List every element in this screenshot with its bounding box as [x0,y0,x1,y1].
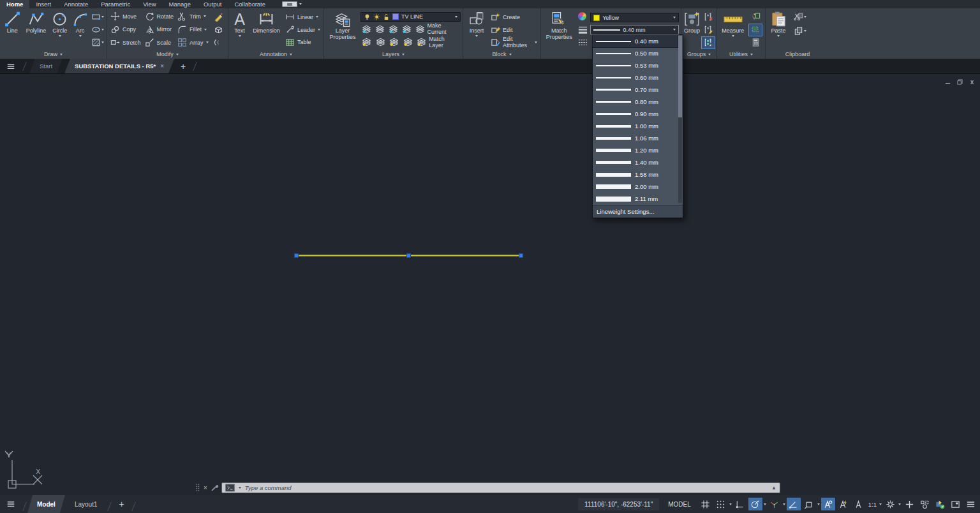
layer-freeze-button[interactable] [387,23,399,34]
copy-clip-button[interactable] [794,25,806,36]
annotation-scale-button[interactable] [852,498,866,510]
table-button[interactable]: Table [284,36,322,48]
group-edit-button[interactable] [702,24,715,36]
grid-toggle[interactable] [699,498,713,510]
erase-button[interactable] [212,11,225,22]
layer-combo-caret-icon[interactable] [455,16,457,18]
cut-clip-button[interactable] [794,11,806,22]
lineweight-option[interactable]: 0.80 mm [593,96,678,108]
layer-on-button[interactable] [360,36,373,48]
panel-label-clipboard[interactable]: Clipboard [766,50,829,59]
customization-button[interactable] [963,498,977,510]
id-point-button[interactable] [749,11,762,22]
layout1-tab[interactable]: Layout1 [65,495,107,513]
command-recent-caret-icon[interactable] [239,487,241,489]
arc-button[interactable]: Arc [71,10,89,50]
dropdown-scrollbar-thumb[interactable] [678,36,682,117]
isodraft-toggle[interactable] [768,498,782,510]
layer-unisolate-button[interactable] [375,36,387,48]
color-combo-caret-icon[interactable] [673,17,676,19]
lineweight-combo-caret-icon[interactable] [673,29,676,31]
model-tab[interactable]: Model [27,495,65,513]
ungroup-button[interactable] [702,11,715,22]
measure-button[interactable]: Measure [719,10,746,50]
edit-attributes-button[interactable]: Edit Attributes [489,36,538,48]
paste-button[interactable]: Paste [768,10,789,50]
rotate-button[interactable]: Rotate [144,11,175,22]
ortho-toggle[interactable] [733,498,747,510]
ribbon-display-caret-icon[interactable] [299,3,302,5]
ribbon-display-toggle[interactable] [282,1,297,7]
make-current-button[interactable]: Make Current [414,23,461,34]
drawing-canvas[interactable]: x Y X × [0,75,980,495]
layer-properties-button[interactable]: Layer Properties [326,10,359,50]
lineweight-settings-item[interactable]: Lineweight Settings... [593,205,683,218]
array-button[interactable]: Array [176,37,210,48]
lineweight-option[interactable]: 1.06 mm [593,132,678,144]
lineweight-option[interactable]: 1.58 mm [593,168,678,181]
trim-button[interactable]: Trim [176,11,210,22]
polar-caret-icon[interactable] [764,503,766,505]
file-tab-close-icon[interactable]: × [160,63,164,70]
tab-parametric[interactable]: Parametric [94,0,137,8]
lineweight-option[interactable]: 0.60 mm [593,71,678,84]
lineweight-option[interactable]: 2.11 mm [593,193,678,205]
fillet-button[interactable]: Fillet [176,24,210,35]
mirror-button[interactable]: Mirror [144,24,175,35]
group-button[interactable]: Group [683,10,701,50]
layer-lock-button[interactable] [401,23,413,34]
leader-button[interactable]: Leader [284,24,322,36]
lineweight-combo[interactable]: 0.40 mm [590,25,679,34]
polyline-button[interactable]: Polyline [24,10,48,50]
isodraft-caret-icon[interactable] [783,503,785,505]
panel-label-annotation[interactable]: Annotation [228,50,323,59]
scale-button[interactable]: Scale [144,37,175,48]
tab-insert[interactable]: Insert [29,0,57,8]
object-snap-toggle[interactable] [802,498,816,510]
layer-unlock-button[interactable] [402,36,415,48]
polar-tracking-toggle[interactable] [748,498,762,510]
tab-collaborate[interactable]: Collaborate [228,0,272,8]
match-properties-button[interactable]: Match Properties [543,10,575,50]
panel-label-modify[interactable]: Modify [107,50,228,59]
lineweight-option[interactable]: 0.90 mm [593,108,678,120]
quick-calc-button[interactable] [749,37,762,48]
explode-button[interactable] [212,24,225,36]
copy-button[interactable]: Copy [109,24,142,35]
lineweight-option[interactable]: 0.50 mm [593,47,678,59]
panel-label-groups[interactable]: Groups [681,50,716,59]
annotation-visibility-toggle[interactable] [821,498,835,510]
lineweight-option[interactable]: 0.53 mm [593,59,678,71]
circle-button[interactable]: Circle [50,10,70,50]
command-history-up-icon[interactable]: ▲ [771,485,776,491]
file-tab-substation-details[interactable]: SUBSTATION DETAILS - R5* × [64,59,174,73]
color-combo[interactable]: Yellow [590,13,679,22]
command-input[interactable]: Type a command ▲ [221,482,780,493]
text-button[interactable]: A Text [230,10,249,50]
command-prompt-icon[interactable] [225,484,235,492]
grip-end[interactable] [519,253,523,258]
layer-off-button[interactable] [360,23,373,34]
layer-thaw-button[interactable] [388,36,401,48]
new-layout-button[interactable]: + [112,500,130,509]
workspace-settings-button[interactable] [883,498,897,510]
lineweight-tool-button[interactable] [576,24,589,36]
file-tab-start[interactable]: Start [29,59,63,73]
lineweight-option[interactable]: 1.40 mm [593,156,678,168]
create-block-button[interactable]: Create [489,11,538,23]
insert-button[interactable]: Insert [465,10,488,50]
file-tabs-menu-icon[interactable] [0,59,22,74]
annotation-scale-value[interactable]: 1:1 [867,501,878,508]
graphics-performance-button[interactable] [933,498,947,510]
tab-view[interactable]: View [137,0,162,8]
lineweight-option[interactable]: 2.00 mm [593,181,678,193]
rectangle-button[interactable] [91,11,104,22]
lineweight-option[interactable]: 0.70 mm [593,84,678,96]
group-selection-toggle[interactable] [702,37,715,48]
linetype-tool-button[interactable] [576,37,589,48]
panel-label-draw[interactable]: Draw [0,50,107,59]
osnap-caret-icon[interactable] [817,503,820,505]
selected-line[interactable] [296,255,522,256]
command-drag-handle-icon[interactable] [195,483,200,492]
ellipse-button[interactable] [91,24,104,36]
